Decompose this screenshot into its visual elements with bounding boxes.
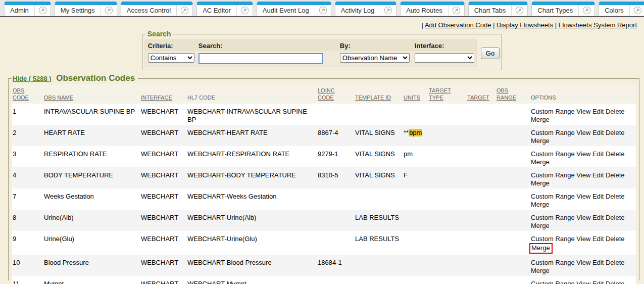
- merge-link[interactable]: Merge: [531, 179, 550, 187]
- merge-link[interactable]: Merge: [531, 116, 550, 123]
- go-button[interactable]: Go: [481, 48, 500, 59]
- cell-obs-range: [496, 167, 530, 188]
- column-header-obs-name[interactable]: OBS NAME: [43, 84, 140, 104]
- popout-icon[interactable]: [380, 5, 396, 16]
- add-observation-code-link[interactable]: Add Observation Code: [425, 21, 491, 29]
- view-link[interactable]: View: [576, 108, 590, 115]
- column-header-label[interactable]: CODE: [13, 94, 29, 101]
- merge-link[interactable]: Merge: [531, 267, 550, 274]
- column-header-label[interactable]: OBS: [497, 87, 508, 93]
- edit-link[interactable]: Edit: [592, 150, 604, 158]
- delete-link[interactable]: Delete: [606, 259, 625, 266]
- search-grid: Criteria: Search: By: Interface: Contain…: [144, 39, 477, 67]
- column-header-obs-range[interactable]: OBSRANGE: [496, 84, 530, 104]
- edit-link[interactable]: Edit: [592, 214, 604, 221]
- criteria-select[interactable]: Contains: [148, 53, 194, 63]
- view-link[interactable]: View: [576, 171, 590, 179]
- view-link[interactable]: View: [576, 235, 590, 243]
- tab-ac-editor[interactable]: AC Editor: [196, 2, 253, 16]
- tab-audit-event-log[interactable]: Audit Event Log: [257, 2, 331, 16]
- tab-colors[interactable]: Colors: [599, 2, 644, 16]
- by-select[interactable]: Observation Name: [340, 53, 410, 63]
- delete-link[interactable]: Delete: [606, 129, 625, 136]
- custom-range-link[interactable]: Custom Range: [531, 150, 575, 158]
- custom-range-link[interactable]: Custom Range: [531, 171, 575, 179]
- tab-my-settings[interactable]: My Settings: [55, 2, 117, 16]
- popout-icon[interactable]: [315, 5, 331, 16]
- popout-icon[interactable]: [101, 5, 117, 16]
- tab-activity-log[interactable]: Activity Log: [335, 2, 397, 16]
- popout-icon[interactable]: [511, 5, 527, 16]
- edit-link[interactable]: Edit: [592, 280, 604, 284]
- view-link[interactable]: View: [576, 129, 590, 136]
- custom-range-link[interactable]: Custom Range: [531, 108, 575, 115]
- column-header-label[interactable]: CODE: [318, 94, 334, 101]
- view-link[interactable]: View: [576, 280, 590, 284]
- tab-chart-types[interactable]: Chart Types: [531, 2, 595, 16]
- column-header-target-type[interactable]: TARGETTYPE: [428, 84, 466, 104]
- merge-link[interactable]: Merge: [531, 137, 550, 145]
- edit-link[interactable]: Edit: [592, 108, 604, 115]
- cell-obs-name: Weeks Gestation: [43, 188, 140, 210]
- tab-label: Activity Log: [335, 7, 380, 14]
- custom-range-link[interactable]: Custom Range: [531, 214, 575, 221]
- column-header-label[interactable]: TEMPLATE ID: [355, 94, 391, 101]
- delete-link[interactable]: Delete: [606, 171, 625, 179]
- column-header-target[interactable]: TARGET: [466, 84, 496, 104]
- edit-link[interactable]: Edit: [592, 193, 604, 200]
- hide-count-link[interactable]: Hide ( 5288 ): [13, 75, 52, 82]
- view-link[interactable]: View: [576, 150, 590, 158]
- column-header-label[interactable]: UNITS: [404, 94, 420, 101]
- custom-range-link[interactable]: Custom Range: [531, 193, 575, 200]
- delete-link[interactable]: Delete: [606, 108, 625, 115]
- popout-icon[interactable]: [34, 5, 51, 16]
- delete-link[interactable]: Delete: [606, 150, 625, 158]
- custom-range-link[interactable]: Custom Range: [531, 129, 575, 136]
- merge-link[interactable]: Merge: [531, 201, 550, 208]
- view-link[interactable]: View: [576, 259, 590, 266]
- column-header-label[interactable]: RANGE: [497, 94, 516, 101]
- interface-select[interactable]: [415, 53, 474, 63]
- column-header-label[interactable]: OBS NAME: [44, 94, 73, 101]
- column-header-label[interactable]: OBS: [13, 87, 24, 93]
- custom-range-link[interactable]: Custom Range: [531, 235, 575, 243]
- view-link[interactable]: View: [576, 214, 590, 221]
- column-header-template-id[interactable]: TEMPLATE ID: [354, 84, 403, 104]
- delete-link[interactable]: Delete: [606, 214, 625, 221]
- column-header-label[interactable]: INTERFACE: [141, 94, 172, 101]
- column-header-label[interactable]: LOINC: [318, 87, 335, 93]
- units-text: **: [404, 129, 409, 136]
- popout-icon[interactable]: [448, 5, 464, 16]
- popout-icon[interactable]: [578, 5, 595, 16]
- flowsheets-system-report-link[interactable]: Flowsheets System Report: [559, 21, 637, 29]
- column-header-units[interactable]: UNITS: [403, 84, 428, 104]
- tab-access-control[interactable]: Access Control: [121, 2, 193, 16]
- view-link[interactable]: View: [576, 193, 590, 200]
- column-header-label[interactable]: TARGET: [467, 94, 489, 101]
- delete-link[interactable]: Delete: [606, 280, 625, 284]
- delete-link[interactable]: Delete: [606, 235, 625, 243]
- custom-range-link[interactable]: Custom Range: [531, 280, 575, 284]
- popout-icon[interactable]: [236, 5, 253, 16]
- edit-link[interactable]: Edit: [592, 235, 604, 243]
- popout-icon[interactable]: [629, 5, 644, 16]
- column-header-obs-code[interactable]: OBSCODE: [12, 84, 43, 104]
- custom-range-link[interactable]: Custom Range: [531, 259, 575, 266]
- search-input[interactable]: [199, 53, 323, 64]
- delete-link[interactable]: Delete: [606, 193, 625, 200]
- edit-link[interactable]: Edit: [592, 171, 604, 179]
- tab-auto-routes[interactable]: Auto Routes: [400, 2, 465, 16]
- column-header-loinc-code[interactable]: LOINCCODE: [317, 84, 354, 104]
- merge-link[interactable]: Merge: [531, 244, 550, 252]
- display-flowsheets-link[interactable]: Display Flowsheets: [497, 21, 553, 29]
- tab-chart-tabs[interactable]: Chart Tabs: [468, 2, 528, 16]
- column-header-label[interactable]: TYPE: [429, 94, 443, 101]
- column-header-interface[interactable]: INTERFACE: [140, 84, 186, 104]
- column-header-label[interactable]: TARGET: [429, 87, 451, 93]
- edit-link[interactable]: Edit: [592, 129, 604, 136]
- merge-link[interactable]: Merge: [531, 158, 550, 166]
- merge-link[interactable]: Merge: [531, 222, 550, 229]
- edit-link[interactable]: Edit: [592, 259, 604, 266]
- tab-admin[interactable]: Admin: [4, 2, 51, 16]
- popout-icon[interactable]: [176, 5, 192, 16]
